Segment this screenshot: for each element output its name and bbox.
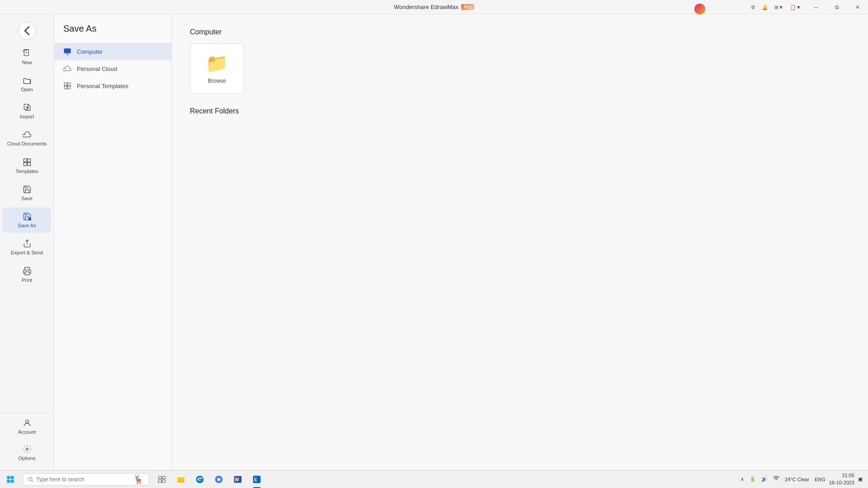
- window-controls: ─ ⧉ ✕: [806, 0, 868, 14]
- save-as-option-computer[interactable]: Computer: [54, 43, 171, 60]
- folder-icon: 📁: [206, 53, 228, 74]
- title-bar: Wondershare EdrawMax Pro ⚙ 🔔 ⊞▼ 📋▼ ─ ⧉ ✕: [0, 0, 868, 14]
- sidebar-item-save[interactable]: Save: [3, 180, 51, 206]
- svg-line-25: [32, 480, 33, 482]
- notification-btn[interactable]: ▣: [856, 475, 864, 483]
- svg-rect-21: [11, 476, 14, 479]
- taskbar-apps: W E: [153, 470, 266, 488]
- taskbar-app-edge[interactable]: [191, 470, 209, 488]
- save-icon: [23, 185, 32, 194]
- new-icon: [23, 49, 32, 58]
- svg-rect-18: [64, 86, 67, 89]
- personal-templates-icon: [63, 82, 71, 90]
- sidebar-item-open[interactable]: Open: [3, 71, 51, 97]
- sidebar-item-cloud[interactable]: Cloud Documents: [3, 126, 51, 151]
- wifi-icon: [773, 476, 779, 482]
- taskbar-search-input[interactable]: [36, 476, 130, 483]
- export-label: Export & Send: [11, 250, 43, 256]
- taskbar-app-task-view[interactable]: [153, 470, 171, 488]
- save-as-option-personal-templates[interactable]: Personal Templates: [54, 77, 171, 94]
- svg-rect-6: [27, 159, 30, 162]
- sidebar-left: New Open Import Cloud Documents: [0, 14, 54, 470]
- settings-btn[interactable]: ⚙: [748, 4, 758, 11]
- pro-badge: Pro: [461, 4, 474, 10]
- weather-info[interactable]: 24°C Clear: [783, 476, 811, 483]
- save-as-icon: +: [23, 212, 32, 221]
- start-button[interactable]: [0, 470, 21, 488]
- svg-rect-22: [7, 479, 10, 483]
- options-label: Options: [19, 455, 36, 461]
- network-icon[interactable]: [771, 475, 781, 484]
- share-btn[interactable]: ⊞▼: [772, 4, 786, 11]
- back-button[interactable]: [18, 22, 36, 40]
- search-icon: [28, 476, 33, 483]
- browse-label: Browse: [208, 78, 226, 84]
- svg-rect-17: [68, 83, 71, 85]
- svg-rect-28: [159, 479, 162, 482]
- taskbar-search[interactable]: 🦌: [23, 473, 149, 486]
- svg-rect-19: [68, 86, 71, 89]
- notifications-btn[interactable]: 🔔: [759, 4, 771, 11]
- svg-text:+: +: [29, 218, 30, 221]
- taskbar-datetime[interactable]: 21:05 18-10-2023: [829, 472, 854, 486]
- sidebar-item-import[interactable]: Import: [3, 99, 51, 124]
- print-label: Print: [22, 277, 32, 283]
- weather-text: 24°C Clear: [785, 477, 809, 482]
- deer-emoji: 🦌: [133, 474, 144, 485]
- svg-rect-29: [162, 479, 165, 482]
- svg-rect-8: [27, 163, 30, 166]
- sidebar-item-templates[interactable]: Templates: [3, 153, 51, 178]
- svg-rect-20: [7, 476, 10, 479]
- minimize-btn[interactable]: ─: [806, 0, 826, 14]
- cloud-icon: [23, 130, 32, 139]
- svg-rect-5: [24, 159, 27, 162]
- language-indicator[interactable]: ENG: [813, 476, 827, 483]
- close-btn[interactable]: ✕: [847, 0, 868, 14]
- personal-cloud-label: Personal Cloud: [77, 66, 117, 72]
- sidebar-item-account[interactable]: Account: [3, 414, 51, 439]
- title-bar-actions: ⚙ 🔔 ⊞▼ 📋▼: [746, 0, 806, 14]
- browse-card[interactable]: 📁 Browse: [190, 43, 244, 94]
- user-avatar[interactable]: [694, 4, 705, 14]
- svg-point-32: [217, 478, 221, 481]
- sidebar-item-options[interactable]: Options: [3, 440, 51, 465]
- import-icon: [23, 103, 32, 112]
- app-name: Wondershare EdrawMax: [394, 4, 458, 10]
- sidebar-item-save-as[interactable]: + Save As: [3, 207, 51, 233]
- taskbar-time-text: 21:05: [829, 472, 854, 479]
- main-content: Computer 📁 Browse Recent Folders: [172, 14, 868, 470]
- taskbar-app-chrome[interactable]: [210, 470, 228, 488]
- computer-section-title: Computer: [190, 28, 850, 36]
- sidebar-item-export[interactable]: Export & Send: [3, 235, 51, 260]
- svg-rect-23: [11, 479, 14, 483]
- svg-rect-4: [24, 104, 28, 110]
- task-view-icon: [158, 475, 166, 483]
- svg-rect-26: [159, 476, 162, 479]
- templates-label: Templates: [15, 169, 38, 174]
- account-icon: [23, 418, 32, 427]
- svg-point-30: [196, 475, 204, 483]
- svg-rect-27: [162, 476, 165, 479]
- volume-icon[interactable]: 🔊: [760, 475, 769, 483]
- computer-label: Computer: [77, 48, 103, 55]
- system-tray-arrow[interactable]: ∧: [739, 475, 746, 483]
- battery-icon[interactable]: 🔋: [748, 475, 758, 483]
- svg-point-24: [28, 477, 32, 481]
- personal-templates-label: Personal Templates: [77, 83, 128, 89]
- svg-text:W: W: [235, 477, 239, 482]
- word-icon: W: [233, 475, 242, 484]
- collab-btn[interactable]: 📋▼: [787, 4, 804, 11]
- restore-btn[interactable]: ⧉: [826, 0, 847, 14]
- svg-rect-12: [25, 272, 29, 275]
- taskbar-app-word[interactable]: W: [229, 470, 247, 488]
- taskbar-app-explorer[interactable]: [172, 470, 190, 488]
- edrawmax-icon: E: [252, 475, 261, 484]
- taskbar-app-edrawmax[interactable]: E: [248, 470, 266, 488]
- account-label: Account: [18, 429, 36, 435]
- sidebar-item-new[interactable]: New: [3, 44, 51, 70]
- save-as-option-personal-cloud[interactable]: Personal Cloud: [54, 60, 171, 77]
- svg-point-14: [26, 448, 28, 450]
- svg-rect-16: [64, 83, 67, 85]
- sidebar-item-print[interactable]: Print: [3, 262, 51, 287]
- print-icon: [23, 267, 32, 276]
